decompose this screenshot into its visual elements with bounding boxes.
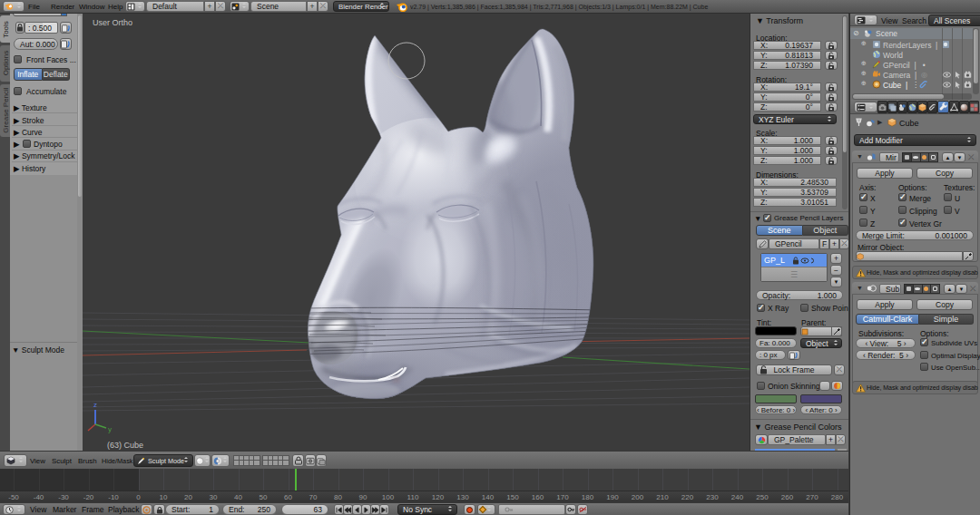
svg-text:y: y	[108, 425, 112, 433]
svg-text:z: z	[93, 401, 97, 409]
